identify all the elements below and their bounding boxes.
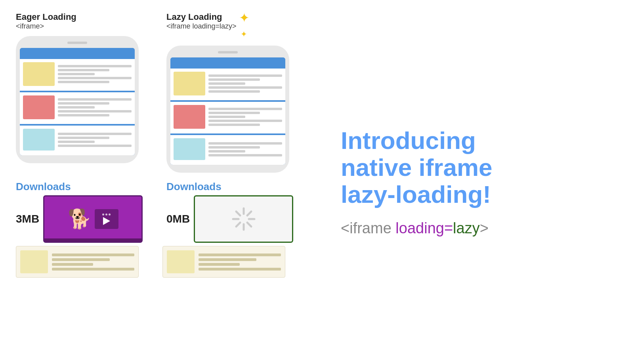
eager-download-size: 3MB [16, 213, 39, 225]
eager-phone-screen [20, 48, 135, 155]
line-5 [58, 81, 109, 83]
dog-cat-content: 🐕 [44, 196, 141, 242]
downloads-area: Downloads 3MB 🐕 [16, 181, 317, 243]
content-block-1 [20, 59, 135, 89]
eager-phone-mockup [16, 36, 139, 163]
eager-loading-column: Eager Loading <iframe> [16, 12, 143, 163]
lazy-content-block-3 [170, 135, 285, 163]
intro-line3: lazy-loading! [341, 181, 491, 208]
line-4 [58, 77, 132, 79]
lazy-phone-speaker [218, 51, 238, 53]
sparkle-icon: ✦✦ [239, 10, 250, 40]
play-button-icon [103, 217, 110, 225]
line-12 [58, 137, 109, 139]
intro-text: Introducing native iframe lazy-loading! [341, 127, 618, 208]
lazy-content-block-1 [170, 69, 285, 99]
code-lazy-part: lazy [453, 220, 480, 236]
bottom-thumb-lazy [167, 250, 195, 273]
dog-icon: 🐕 [68, 208, 92, 230]
video-icon-box [95, 209, 118, 229]
intro-line1: Introducing [341, 127, 476, 154]
bottom-thumb-eager [20, 250, 48, 273]
content-block-3 [20, 126, 135, 154]
lazy-iframe-box [194, 195, 293, 243]
line-11 [58, 133, 132, 135]
code-iframe-part: <iframe [341, 220, 391, 236]
lazy-content-lines-3 [208, 138, 282, 160]
eager-iframe-box: 🐕 [43, 195, 143, 243]
video-progress-bar [44, 238, 141, 242]
line-2 [58, 69, 109, 71]
lazy-title: Lazy Loading [166, 12, 237, 22]
bottom-content-lazy [162, 246, 285, 278]
svg-line-4 [236, 212, 240, 215]
loading-spinner-container [195, 196, 292, 242]
lazy-download-size: 0MB [166, 213, 190, 225]
content-lines-3 [58, 129, 132, 151]
svg-line-5 [247, 223, 251, 227]
lazy-thumb-yellow [174, 72, 205, 95]
eager-code: <iframe> [16, 22, 76, 30]
line-6 [58, 98, 132, 101]
thumb-red [23, 95, 55, 119]
bottom-content-eager [16, 246, 139, 278]
lazy-phone-mockup [166, 46, 289, 173]
bottom-content-row [16, 246, 317, 278]
eager-title: Eager Loading [16, 12, 76, 22]
code-snippet: <iframe loading=lazy> [341, 220, 618, 237]
code-loading-part: loading= [391, 220, 453, 236]
line-10 [58, 114, 109, 116]
eager-label-section: Eager Loading <iframe> [16, 12, 76, 30]
text-section: Introducing native iframe lazy-loading! … [317, 12, 618, 352]
lazy-download-label: Downloads [166, 181, 293, 193]
lazy-content-lines-1 [208, 72, 282, 95]
line-3 [58, 73, 95, 75]
lazy-code: <iframe loading=lazy> [166, 22, 237, 30]
thumb-yellow [23, 62, 55, 86]
line-1 [58, 65, 132, 67]
lazy-loading-column: Lazy Loading <iframe loading=lazy> ✦✦ [166, 12, 293, 173]
content-block-2 [20, 92, 135, 122]
bottom-lines-eager [52, 250, 134, 273]
line-8 [58, 106, 95, 109]
lazy-thumb-blue [174, 138, 205, 160]
lazy-label-section: Lazy Loading <iframe loading=lazy> ✦✦ [166, 12, 250, 40]
line-14 [58, 145, 132, 147]
video-dots [102, 213, 111, 215]
lazy-phone-screen [170, 57, 285, 165]
lazy-content-block-2 [170, 102, 285, 132]
thumb-blue [23, 129, 55, 151]
diagrams-section: Eager Loading <iframe> [16, 12, 317, 352]
lazy-thumb-red [174, 105, 205, 129]
svg-line-7 [236, 223, 240, 227]
line-7 [58, 102, 109, 105]
bottom-lines-lazy [199, 250, 281, 273]
line-9 [58, 110, 132, 112]
eager-download-item: Downloads 3MB 🐕 [16, 181, 143, 243]
lazy-download-item: Downloads 0MB [166, 181, 293, 243]
intro-line2: native iframe [341, 154, 493, 181]
content-lines-2 [58, 95, 132, 119]
loading-spinner-icon [230, 205, 258, 233]
lazy-content-lines-2 [208, 105, 282, 129]
code-close-part: > [480, 220, 489, 236]
eager-download-label: Downloads [16, 181, 143, 193]
svg-line-6 [247, 212, 251, 215]
content-lines-1 [58, 62, 132, 86]
line-13 [58, 141, 95, 143]
phone-speaker [67, 42, 87, 44]
